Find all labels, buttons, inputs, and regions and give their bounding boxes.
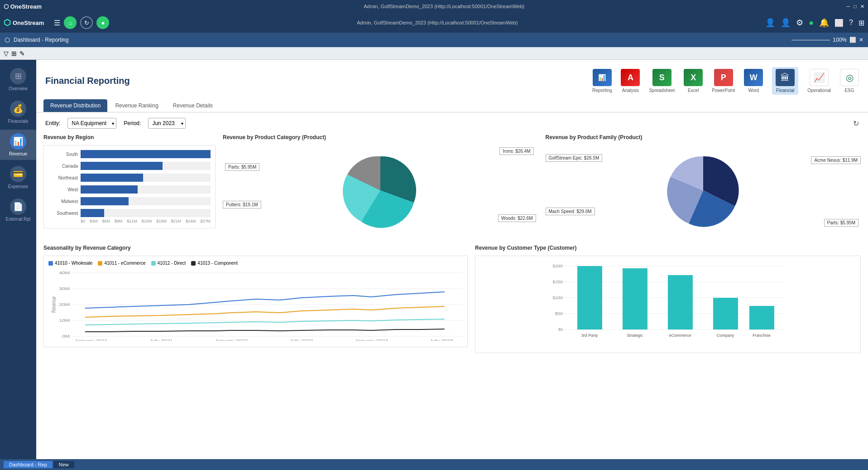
nav-item-financial[interactable]: 🏛 Financial [772,67,798,95]
svg-text:30M: 30M [59,286,70,291]
user-icon[interactable]: 👤 [765,18,775,28]
axis-label: $9M [115,219,123,223]
status-icon[interactable]: ● [96,16,109,29]
seasonality-chart: Seasonality by Revenue Category 41010 - … [43,245,468,353]
bar-fill [81,150,211,158]
axis-label: $12M [127,219,137,223]
nav-item-esg[interactable]: ◎ ESG [840,69,859,93]
bar-ecommerce [668,275,693,329]
sidebar-item-external-rpt[interactable]: 📄 External Rpt [0,195,36,225]
svg-text:July 2023: July 2023 [430,339,453,341]
bar-row-southwest: Southwest [48,209,211,217]
axis-label: $3M [90,219,98,223]
sidebar-item-expenses[interactable]: 💳 Expenses [0,162,36,193]
bar-fill [81,162,163,170]
sidebar-item-overview[interactable]: ⊞ Overview [0,64,36,95]
home-icon[interactable]: ⌂ [64,16,77,29]
sidebar-label-financials: Financials [8,119,28,124]
esg-icon: ◎ [840,69,859,86]
pie-chart-family-container: Mach Speed: $29.6M GolfStream Epic: $26.… [546,145,861,236]
nav-item-powerpoint[interactable]: P PowerPoint [712,69,735,93]
expand-icon[interactable]: ⬜ [849,37,856,43]
nav-label-excel: Excel [688,88,699,93]
svg-text:$20M: $20M [553,264,563,268]
tab-revenue-details[interactable]: Revenue Details [166,99,220,112]
nav-item-analysis[interactable]: A Analysis [621,69,640,93]
tooltip-woods: Woods: $22.6M [498,214,536,222]
tooltip-acme: Acme Nexus: $11.9M [811,156,861,164]
charts-row-1: Revenue by Region South Canada [43,134,861,236]
axis-label: $0 [81,219,85,223]
app-logo: ⬡ OneStream [4,3,42,10]
reporting-icon: 📊 [593,69,612,86]
legend-direct: 41012 - Direct [151,261,186,266]
entity-select-wrapper[interactable]: NA Equipment Global EMEA APAC [67,118,116,129]
bar-company [713,298,738,329]
period-select[interactable]: Jun 2023 May 2023 Apr 2023 Mar 2023 [148,118,186,129]
svg-text:20M: 20M [59,302,70,307]
hamburger-icon[interactable]: ☰ [54,19,60,27]
financial-icon: 🏛 [776,69,795,86]
bar-row-south: South [48,150,211,158]
period-select-wrapper[interactable]: Jun 2023 May 2023 Apr 2023 Mar 2023 [148,118,186,129]
bar-label: Southwest [48,211,78,216]
bar-axis: $0 $3M $6M $9M $12M $15M $18M $21M $24M … [48,219,211,223]
bar-chart-container: South Canada [43,145,216,228]
minimize-button[interactable]: ─ [847,4,850,10]
tab-revenue-distribution[interactable]: Revenue Distribution [43,99,107,112]
edit-icon[interactable]: ✎ [19,50,25,57]
bar-strategic [623,268,647,329]
sidebar-item-financials[interactable]: 💰 Financials [0,97,36,127]
admin-icon[interactable]: 👤 [781,18,791,28]
svg-text:10M: 10M [59,318,70,323]
overview-icon: ⊞ [10,68,26,84]
nav-item-word[interactable]: W Word [744,69,763,93]
svg-text:January 2021: January 2021 [75,339,108,341]
svg-text:$0: $0 [558,327,563,332]
line-chart-container: 41010 - Wholesale 41011 - eCommerce 4101… [43,256,468,347]
close-dashboard-icon[interactable]: ✕ [859,37,863,43]
entity-select[interactable]: NA Equipment Global EMEA APAC [67,118,116,129]
revenue-by-product-family-title: Revenue by Product Family (Product) [546,134,861,141]
notification-icon[interactable]: 🔔 [819,18,829,28]
bar-fill [81,185,138,194]
help-icon[interactable]: ? [849,19,853,27]
bottom-tab-new[interactable]: New [53,461,74,468]
nav-item-operational[interactable]: 📈 Operational [807,69,831,93]
tab-revenue-ranking[interactable]: Revenue Ranking [108,99,165,112]
refresh-icon[interactable]: ↻ [80,16,93,29]
bottom-tab-dashboard-rep[interactable]: Dashboard - Rep [4,461,53,468]
toolbar: ▽ ⊞ ✎ [0,47,868,60]
nav-item-excel[interactable]: X Excel [684,69,703,93]
menu-right: 👤 👤 ⚙ ● 🔔 ⬜ ? ⊞ [765,18,864,28]
app-logo-menu: ⬡ OneStream [4,18,44,28]
svg-text:Strategic: Strategic [627,333,643,338]
seasonality-legend: 41010 - Wholesale 41011 - eCommerce 4101… [48,261,463,266]
filter-icon[interactable]: ▽ [4,50,9,57]
grid-icon[interactable]: ⊞ [858,19,864,27]
close-button[interactable]: ✕ [860,4,864,10]
period-label: Period: [124,120,141,126]
app-header: Financial Reporting 📊 Reporting A Analys… [36,60,868,99]
bar-track [81,162,211,170]
nav-item-spreadsheet[interactable]: S Spreadsheet [649,69,675,93]
bar-track [81,197,211,205]
sidebar-item-revenue[interactable]: 📊 Revenue [0,130,36,160]
refresh-icon[interactable]: ↻ [853,119,859,128]
title-bar: ⬡ OneStream Admin, GolfStreamDemo_2023 (… [0,0,868,13]
pie-chart-container: Irons: $26.4M Woods: $22.6M Putters: $19… [223,145,538,236]
nav-label-esg: ESG [844,88,854,93]
svg-text:0M: 0M [62,334,70,339]
refresh-area: ↻ [193,119,859,128]
settings-icon[interactable]: ⚙ [796,18,803,28]
svg-text:Company: Company [717,333,734,338]
screen-icon[interactable]: ⬜ [834,19,844,27]
tooltip-parts-family: Parts: $5.95M [824,219,858,227]
sidebar: ⊞ Overview 💰 Financials 📊 Revenue 💳 Expe… [0,60,36,459]
zoom-level: 100% [833,37,847,43]
nav-item-reporting[interactable]: 📊 Reporting [592,69,612,93]
window-controls[interactable]: ─ □ ✕ [847,4,864,10]
dashboard-logo: ⬡ [5,36,10,44]
maximize-button[interactable]: □ [854,4,857,10]
layout-icon[interactable]: ⊞ [11,50,17,57]
